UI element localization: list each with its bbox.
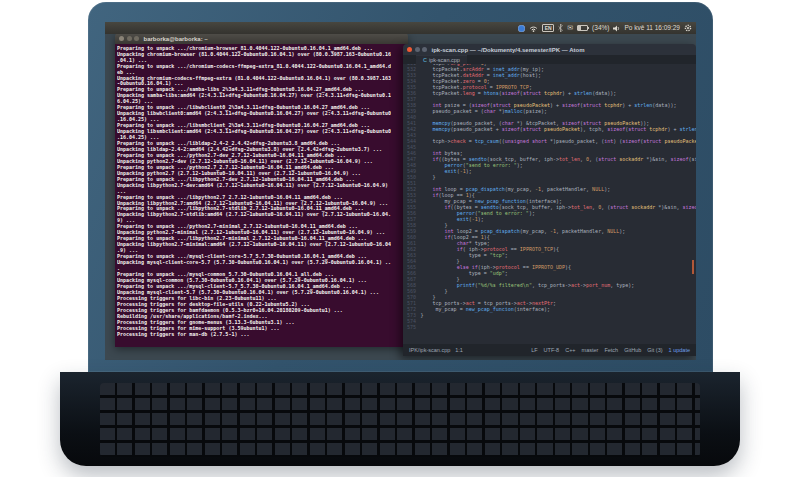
atom-titlebar[interactable]: ipk-scan.cpp — ~/Dokumenty/4.semester/IP… [403, 44, 696, 55]
code-line: 544 tcph->check = tcp_csum((unsigned sho… [403, 138, 696, 144]
atom-maximize-button[interactable] [422, 47, 427, 52]
clock[interactable]: Po kvě 11 16:09:29 [624, 22, 680, 34]
wifi-icon[interactable] [529, 25, 538, 32]
session-gear-icon[interactable] [684, 24, 692, 32]
status-item-lf[interactable]: LF [531, 347, 537, 353]
terminal-minimize-button[interactable] [127, 36, 132, 41]
code-lines: 531 tcph->urg_ptr = 0;532 tcpPacket.srcA… [403, 64, 696, 330]
ubuntu-top-panel: EN ✉ (34%) Po kvě 11 16:09:29 [105, 22, 696, 34]
terminal-line: Unpacking libpython2.7-minimal:amd64 (2.… [117, 241, 408, 247]
code-text: memcpy(pseudo_packet + sizeof(struct pse… [421, 126, 697, 132]
terminal-line: Unpacking libwbclient0:amd64 (2:4.3.11+d… [117, 110, 408, 116]
code-editor[interactable]: 531 tcph->urg_ptr = 0;532 tcpPacket.srcA… [403, 64, 696, 344]
terminal-line: Unpacking chromium-browser (81.0.4044.12… [117, 51, 408, 57]
terminal-line: Processing triggers for man-db (2.7.5-1)… [117, 331, 408, 337]
status-item-fetch[interactable]: Fetch [604, 347, 618, 353]
status-item-1-update[interactable]: 1 update [669, 347, 690, 353]
atom-window: ipk-scan.cpp — ~/Dokumenty/4.semester/IP… [403, 44, 696, 356]
terminal-lines: Preparing to unpack .../chromium-browser… [117, 45, 408, 337]
status-item-master[interactable]: master [582, 347, 599, 353]
status-item-git-3-[interactable]: Git (3) [647, 347, 662, 353]
atom-close-button[interactable] [407, 47, 412, 52]
status-right-items: LFUTF-8C++masterFetchGitHubGit (3)1 upda… [531, 347, 690, 353]
code-text: printf("%d/%s filtered\n", tcp_ports->ac… [421, 282, 635, 288]
terminal-close-button[interactable] [119, 36, 124, 41]
code-line: 575 [403, 324, 696, 330]
line-number: 575 [403, 324, 421, 330]
c-language-icon: C [423, 57, 427, 63]
laptop-keyboard [100, 383, 700, 457]
messaging-indicator-icon[interactable] [518, 25, 525, 32]
status-file-path[interactable]: IPK/ipk-scan.cpp [409, 347, 450, 353]
terminal-line: Preparing to unpack .../mysql-client-cor… [117, 253, 408, 259]
terminal-line: Unpacking samba-libs:amd64 (2:4.3.11+dfs… [117, 93, 408, 99]
mail-icon[interactable]: ✉ [567, 22, 573, 34]
terminal-output[interactable]: Preparing to unpack .../chromium-browser… [115, 44, 408, 347]
atom-minimize-button[interactable] [415, 47, 420, 52]
bluetooth-icon[interactable] [558, 24, 563, 32]
status-item-utf-8[interactable]: UTF-8 [544, 347, 560, 353]
terminal-titlebar[interactable]: barborka@barborka: ~ [115, 33, 408, 44]
tab-label: ipk-scan.cpp [429, 57, 460, 63]
terminal-window: barborka@barborka: ~ Preparing to unpack… [115, 33, 408, 346]
status-item-github[interactable]: GitHub [624, 347, 641, 353]
status-cursor-position[interactable]: 1:1 [455, 347, 463, 353]
code-text: tcpPacket.leng = htons(sizeof(struct tcp… [421, 90, 617, 96]
code-text: pseudo_packet = (char *)malloc(psize); [421, 108, 547, 114]
atom-window-title: ipk-scan.cpp — ~/Dokumenty/4.semester/IP… [432, 47, 585, 53]
code-text [421, 324, 424, 330]
terminal-line: Unpacking mysql-client-core-5.7 (5.7.30-… [117, 259, 408, 265]
desktop-screen: EN ✉ (34%) Po kvě 11 16:09:29 [105, 22, 696, 360]
terminal-line: Unpacking libpython2.7-stdlib:amd64 (2.7… [117, 212, 408, 218]
status-item-c-[interactable]: C++ [565, 347, 575, 353]
battery-icon[interactable] [577, 25, 588, 32]
keyboard-layout-indicator[interactable]: EN [542, 24, 554, 33]
laptop-mockup: EN ✉ (34%) Po kvě 11 16:09:29 [0, 0, 800, 477]
code-text: tcph->check = tcp_csum((unsigned short *… [421, 138, 697, 144]
laptop-base [60, 372, 740, 466]
terminal-title: barborka@barborka: ~ [144, 36, 208, 42]
scrollbar-marker [692, 260, 695, 274]
code-line: 542 memcpy(pseudo_packet + sizeof(struct… [403, 126, 696, 132]
tab-ipk-scan-cpp[interactable]: C ipk-scan.cpp [416, 55, 467, 64]
terminal-line: Preparing to unpack .../chromium-codecs-… [117, 63, 408, 69]
code-text: my_pcap = new_pcap_funcion(interface); [421, 306, 550, 312]
terminal-maximize-button[interactable] [134, 36, 139, 41]
system-tray: EN ✉ (34%) Po kvě 11 16:09:29 [518, 22, 692, 34]
atom-tab-bar: C ipk-scan.cpp [403, 55, 696, 64]
terminal-line: Unpacking libpython2.7-dev:amd64 (2.7.12… [117, 182, 408, 188]
atom-status-bar: IPK/ipk-scan.cpp 1:1 LFUTF-8C++masterFet… [403, 344, 696, 356]
terminal-line: Unpacking libsmbclient:amd64 (2:4.3.11+d… [117, 128, 408, 134]
battery-percentage: (34%) [592, 22, 609, 34]
volume-icon[interactable] [613, 25, 620, 32]
terminal-line: Preparing to unpack .../libsmbclient_2%3… [117, 122, 408, 128]
